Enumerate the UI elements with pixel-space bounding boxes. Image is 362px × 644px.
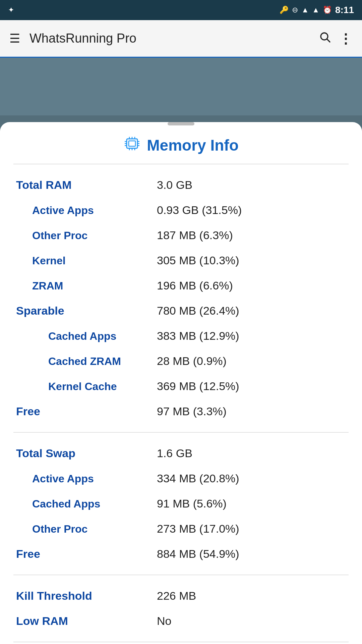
cached-zram-value: 28 MB (0.9%) [157, 355, 227, 368]
low-ram-row: Low RAM No [16, 608, 346, 634]
active-apps-swap-row: Active Apps 334 MB (20.8%) [16, 466, 346, 491]
cached-zram-row: Cached ZRAM 28 MB (0.9%) [16, 348, 346, 374]
bottom-divider [13, 642, 349, 642]
total-swap-label: Total Swap [16, 447, 157, 460]
free-ram-value: 97 MB (3.3%) [157, 405, 227, 418]
cached-zram-label: Cached ZRAM [16, 355, 157, 368]
zram-label: ZRAM [16, 280, 157, 292]
low-ram-value: No [157, 614, 171, 628]
cached-apps-swap-label: Cached Apps [16, 498, 157, 510]
total-ram-value: 3.0 GB [157, 178, 192, 192]
active-apps-swap-label: Active Apps [16, 473, 157, 485]
background-overlay [0, 58, 362, 115]
total-swap-value: 1.6 GB [157, 447, 192, 460]
zram-row: ZRAM 196 MB (6.6%) [16, 273, 346, 298]
sparable-label: Sparable [16, 304, 157, 317]
sparable-row: Sparable 780 MB (26.4%) [16, 298, 346, 323]
memory-info-sheet: Memory Info Total RAM 3.0 GB Active Apps… [0, 122, 362, 644]
cached-apps-ram-row: Cached Apps 383 MB (12.9%) [16, 323, 346, 348]
other-proc-ram-value: 187 MB (6.3%) [157, 229, 233, 242]
sparable-value: 780 MB (26.4%) [157, 304, 239, 317]
other-proc-ram-label: Other Proc [16, 229, 157, 242]
kernel-cache-value: 369 MB (12.5%) [157, 380, 239, 393]
kill-threshold-value: 226 MB [157, 589, 196, 602]
minus-circle-icon: ⊖ [292, 6, 298, 14]
svg-line-1 [327, 39, 330, 42]
active-apps-swap-value: 334 MB (20.8%) [157, 472, 239, 485]
active-apps-ram-label: Active Apps [16, 204, 157, 217]
zram-value: 196 MB (6.6%) [157, 279, 233, 292]
cached-apps-ram-value: 383 MB (12.9%) [157, 329, 239, 342]
key-icon: 🔑 [280, 6, 289, 14]
other-proc-swap-value: 273 MB (17.0%) [157, 522, 239, 535]
total-swap-row: Total Swap 1.6 GB [16, 441, 346, 466]
drag-handle[interactable] [168, 122, 194, 125]
other-proc-swap-row: Other Proc 273 MB (17.0%) [16, 516, 346, 541]
kill-threshold-row: Kill Threshold 226 MB [16, 583, 346, 608]
swap-section: Total Swap 1.6 GB Active Apps 334 MB (20… [0, 433, 362, 575]
kernel-cache-row: Kernel Cache 369 MB (12.5%) [16, 374, 346, 399]
low-ram-label: Low RAM [16, 614, 157, 628]
kill-threshold-label: Kill Threshold [16, 589, 157, 602]
active-apps-ram-value: 0.93 GB (31.5%) [157, 204, 242, 217]
app-icon: ✦ [8, 6, 14, 14]
free-swap-label: Free [16, 547, 157, 560]
total-ram-row: Total RAM 3.0 GB [16, 172, 346, 198]
memory-icon [123, 136, 141, 154]
ram-section: Total RAM 3.0 GB Active Apps 0.93 GB (31… [0, 164, 362, 432]
app-bar-actions: ⋮ [319, 31, 353, 46]
free-swap-value: 884 MB (54.9%) [157, 547, 239, 560]
svg-rect-3 [129, 141, 135, 146]
other-proc-swap-label: Other Proc [16, 523, 157, 535]
status-time: 8:11 [335, 5, 354, 15]
free-ram-row: Free 97 MB (3.3%) [16, 399, 346, 424]
active-apps-ram-row: Active Apps 0.93 GB (31.5%) [16, 198, 346, 223]
app-title: WhatsRunning Pro [29, 31, 319, 46]
cached-apps-swap-value: 91 MB (5.6%) [157, 497, 227, 510]
menu-button[interactable]: ☰ [9, 33, 20, 45]
other-section: Kill Threshold 226 MB Low RAM No [0, 575, 362, 642]
kernel-ram-label: Kernel [16, 255, 157, 267]
kernel-ram-row: Kernel 305 MB (10.3%) [16, 248, 346, 273]
status-bar: ✦ 🔑 ⊖ ▲ ▲ ⏰ 8:11 [0, 0, 362, 20]
alarm-icon: ⏰ [323, 6, 332, 14]
cached-apps-swap-row: Cached Apps 91 MB (5.6%) [16, 491, 346, 516]
cached-apps-ram-label: Cached Apps [16, 330, 157, 342]
search-button[interactable] [319, 31, 331, 46]
app-bar: ☰ WhatsRunning Pro ⋮ [0, 20, 362, 58]
other-proc-ram-row: Other Proc 187 MB (6.3%) [16, 223, 346, 248]
signal-icon: ▲ [312, 6, 319, 14]
total-ram-label: Total RAM [16, 178, 157, 192]
sheet-header: Memory Info [0, 136, 362, 154]
free-ram-label: Free [16, 405, 157, 418]
kernel-ram-value: 305 MB (10.3%) [157, 254, 239, 267]
free-swap-row: Free 884 MB (54.9%) [16, 541, 346, 567]
more-options-button[interactable]: ⋮ [339, 35, 353, 43]
sheet-title: Memory Info [147, 136, 238, 154]
wifi-icon: ▲ [301, 6, 309, 14]
kernel-cache-label: Kernel Cache [16, 380, 157, 393]
